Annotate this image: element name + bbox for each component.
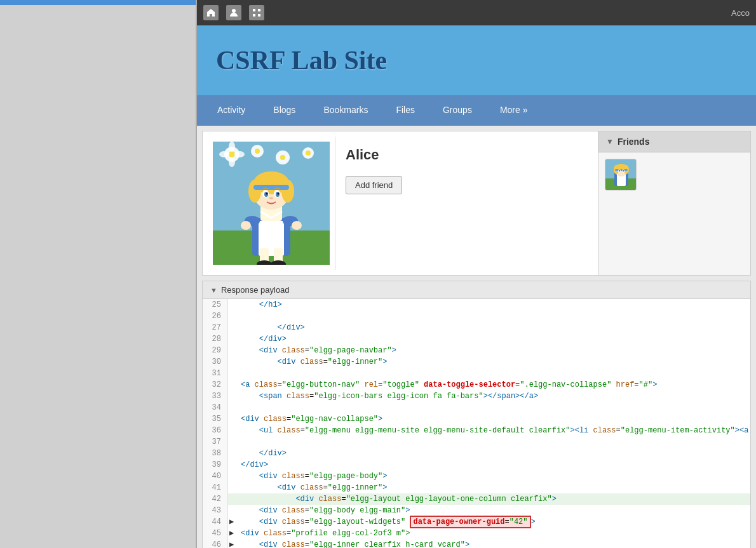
site-title: CSRF Lab Site: [216, 45, 387, 76]
nav-item-groups[interactable]: Groups: [429, 95, 486, 126]
svg-rect-50: [615, 169, 628, 171]
svg-point-54: [623, 170, 624, 171]
svg-rect-30: [253, 185, 289, 190]
svg-point-40: [241, 221, 251, 230]
header-banner: CSRF Lab Site: [197, 25, 756, 95]
code-line-45: 45 ▶ <div class="profile elgg-col-2of3 m…: [203, 528, 750, 539]
svg-rect-1: [253, 9, 255, 11]
svg-point-35: [266, 193, 268, 195]
home-icon[interactable]: [203, 5, 219, 20]
code-line-40: 40 <div class="elgg-page-body">: [203, 471, 750, 482]
code-line-31: 31: [203, 368, 750, 379]
top-bar: Acco: [197, 0, 756, 25]
code-line-32: 32 <a class="elgg-button-nav" rel="toggl…: [203, 379, 750, 391]
svg-point-36: [278, 193, 280, 195]
svg-point-13: [306, 150, 311, 156]
svg-point-37: [269, 197, 273, 199]
svg-point-0: [232, 9, 236, 13]
sidebar-top-bar: [0, 0, 196, 5]
nav-item-activity[interactable]: Activity: [203, 95, 259, 126]
svg-rect-3: [253, 14, 255, 17]
code-line-38: 38 </div>: [203, 448, 750, 459]
code-line-39: 39 </div>: [203, 459, 750, 471]
code-line-46: 46 ▶ <div class="elgg-inner clearfix h-c…: [203, 539, 750, 548]
svg-point-14: [229, 142, 235, 152]
code-line-25: 25 </h1>: [203, 299, 750, 311]
friend-avatar[interactable]: [605, 159, 637, 190]
response-payload-title: Response payload: [221, 285, 290, 295]
code-line-44: 44 ▶ <div class="elgg-layout-widgets" da…: [203, 516, 750, 528]
code-line-42: 42 <div class="elgg-layout elgg-layout-o…: [203, 493, 750, 505]
content-row: Alice Add friend ▼ Friends: [202, 131, 751, 276]
profile-name: Alice: [346, 147, 583, 163]
response-collapse-arrow: ▼: [210, 286, 217, 294]
user-icon[interactable]: [226, 5, 241, 20]
svg-point-15: [229, 157, 235, 167]
code-line-33: 33 <span class="elgg-icon-bars elgg-icon…: [203, 391, 750, 402]
profile-photo-container: [208, 137, 335, 270]
account-label[interactable]: Acco: [731, 8, 750, 18]
response-payload-section: ▼ Response payload 25 </h1> 26 27 </div>: [202, 281, 751, 548]
friends-title: Friends: [618, 137, 650, 147]
svg-point-16: [219, 151, 229, 157]
code-line-26: 26: [203, 311, 750, 322]
code-line-41: 41 <div class="elgg-inner">: [203, 482, 750, 493]
svg-point-7: [229, 151, 235, 157]
svg-rect-2: [258, 9, 260, 11]
code-view: 25 </h1> 26 27 </div> 28 </div>: [203, 299, 750, 548]
profile-main: Alice Add friend: [202, 131, 598, 276]
friends-panel: ▼ Friends: [598, 131, 751, 276]
code-line-27: 27 </div>: [203, 322, 750, 333]
svg-point-29: [281, 180, 294, 203]
svg-point-17: [234, 151, 245, 157]
main-area: Acco CSRF Lab Site Activity Blogs Bookma…: [197, 0, 756, 548]
add-friend-button[interactable]: Add friend: [346, 176, 402, 194]
code-line-35: 35 <div class="elgg-nav-collapse">: [203, 413, 750, 425]
code-line-37: 37: [203, 436, 750, 448]
friends-collapse-arrow[interactable]: ▼: [606, 137, 614, 146]
nav-item-more[interactable]: More »: [486, 95, 542, 126]
code-line-28: 28 </div>: [203, 333, 750, 345]
friends-list: [598, 152, 750, 197]
code-line-43: 43 <div class="elgg-body elgg-main">: [203, 505, 750, 516]
profile-photo: [213, 142, 330, 265]
profile-info: Alice Add friend: [335, 137, 593, 270]
friends-header: ▼ Friends: [598, 131, 750, 152]
svg-rect-4: [258, 14, 260, 17]
svg-point-53: [619, 170, 620, 171]
svg-point-9: [255, 149, 260, 154]
nav-item-blogs[interactable]: Blogs: [259, 95, 309, 126]
code-line-29: 29 <div class="elgg-page-navbar">: [203, 345, 750, 356]
svg-point-28: [248, 180, 261, 203]
response-payload-header[interactable]: ▼ Response payload: [203, 281, 750, 299]
svg-point-11: [280, 155, 285, 160]
code-line-34: 34: [203, 402, 750, 413]
code-line-30: 30 <div class="elgg-inner">: [203, 356, 750, 368]
svg-point-41: [292, 221, 302, 230]
nav-bar: Activity Blogs Bookmarks Files Groups Mo…: [197, 95, 756, 126]
settings-icon[interactable]: [249, 5, 264, 20]
nav-item-files[interactable]: Files: [382, 95, 429, 126]
nav-item-bookmarks[interactable]: Bookmarks: [309, 95, 382, 126]
left-sidebar: [0, 0, 197, 548]
code-line-36: 36 <ul class="elgg-menu elgg-menu-site e…: [203, 425, 750, 436]
